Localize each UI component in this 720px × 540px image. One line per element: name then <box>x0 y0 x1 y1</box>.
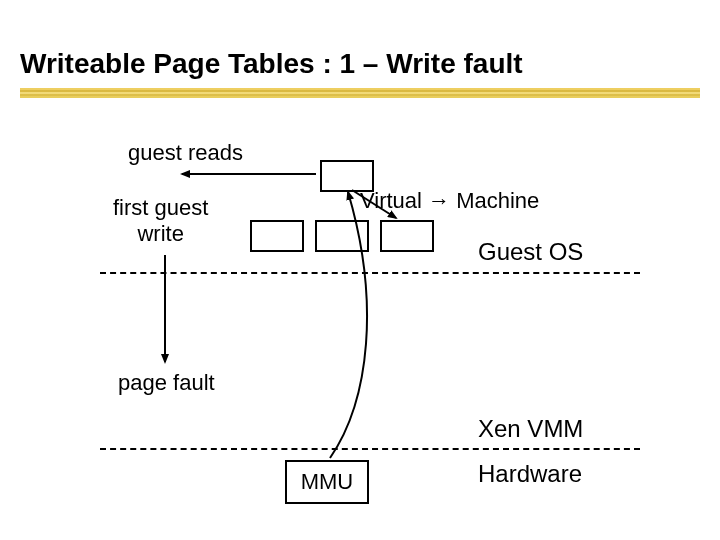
divider-guestos <box>100 272 640 274</box>
pagetable-child-box-1 <box>250 220 304 252</box>
mmu-box: MMU <box>285 460 369 504</box>
pagetable-child-box-2 <box>315 220 369 252</box>
title-underline <box>20 88 700 98</box>
slide: Writeable Page Tables : 1 – Write fault … <box>0 0 720 540</box>
label-guest-os: Guest OS <box>478 238 583 266</box>
pagetable-root-box <box>320 160 374 192</box>
label-page-fault: page fault <box>118 370 215 396</box>
label-xen-vmm: Xen VMM <box>478 415 583 443</box>
arrows-overlay <box>0 0 720 540</box>
label-first-guest-write: first guest write <box>113 195 208 247</box>
pagetable-child-box-3 <box>380 220 434 252</box>
label-hardware: Hardware <box>478 460 582 488</box>
divider-xen-hardware <box>100 448 640 450</box>
label-virtual-machine: Virtual → Machine <box>360 188 539 214</box>
label-guest-reads: guest reads <box>128 140 243 166</box>
slide-title: Writeable Page Tables : 1 – Write fault <box>20 48 523 80</box>
